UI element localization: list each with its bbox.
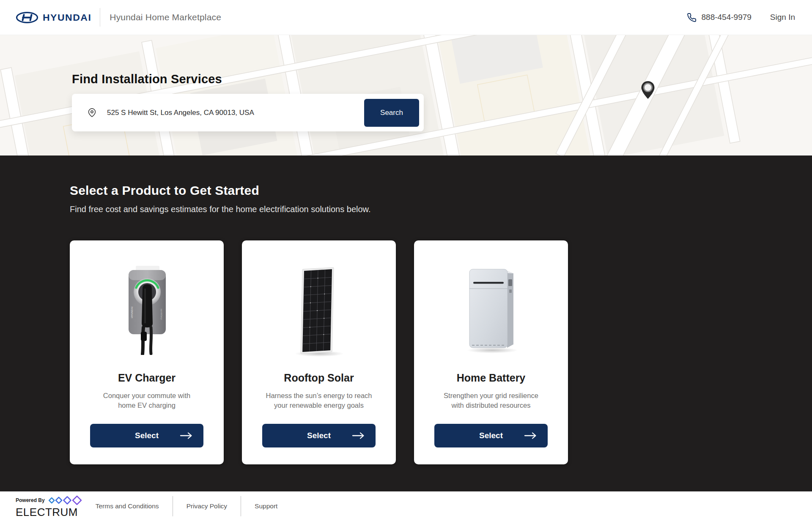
search-button[interactable]: Search — [364, 99, 419, 127]
product-select-section: Select a Product to Get Started Find fre… — [0, 155, 812, 491]
product-card-home-battery: Home Battery Strengthen your grid resili… — [414, 240, 568, 464]
header-divider — [100, 8, 100, 27]
product-description: Strengthen your grid resilience with dis… — [414, 391, 568, 410]
location-pin-icon — [88, 108, 96, 117]
arrow-right-icon — [524, 432, 537, 439]
solar-panel-image — [242, 264, 396, 359]
hyundai-wordmark: HYUNDAI — [43, 12, 91, 23]
product-title: EV Charger — [70, 372, 224, 384]
sign-in-link[interactable]: Sign In — [770, 13, 795, 22]
privacy-policy-link[interactable]: Privacy Policy — [173, 502, 241, 510]
address-input[interactable] — [107, 109, 361, 117]
svg-text:HYUNDAI: HYUNDAI — [131, 306, 133, 318]
hero-map-section: Find Installation Services Search — [0, 35, 812, 155]
product-title: Rooftop Solar — [242, 372, 396, 384]
phone-number: 888-454-9979 — [702, 13, 752, 22]
arrow-right-icon — [180, 432, 192, 439]
footer-links: Terms and Conditions Privacy Policy Supp… — [96, 496, 291, 516]
select-rooftop-solar-button[interactable]: Select — [262, 424, 376, 447]
product-description: Harness the sun’s energy to reach your r… — [242, 391, 396, 410]
map-marker-icon — [640, 80, 656, 101]
select-ev-charger-button[interactable]: Select — [90, 424, 203, 447]
powered-by-label: Powered By — [16, 498, 45, 503]
section-title: Select a Product to Get Started — [70, 183, 812, 198]
product-description: Conquer your commute with home EV chargi… — [70, 391, 224, 410]
product-card-rooftop-solar: Rooftop Solar Harness the sun’s energy t… — [242, 240, 396, 464]
page-title: Hyundai Home Marketplace — [110, 12, 221, 22]
arrow-right-icon — [352, 432, 365, 439]
phone-link[interactable]: 888-454-9979 — [687, 13, 752, 22]
terms-link[interactable]: Terms and Conditions — [96, 502, 173, 510]
phone-icon — [687, 13, 697, 22]
home-battery-image — [414, 264, 568, 359]
hyundai-logo-icon — [16, 12, 38, 23]
electrum-diamonds-icon — [47, 495, 84, 506]
ev-charger-image: HYUNDAI chargepoint — [70, 264, 224, 359]
hero-title: Find Installation Services — [72, 72, 222, 86]
product-card-ev-charger: HYUNDAI chargepoint EV Charger Conquer y… — [70, 240, 224, 464]
section-subtitle: Find free cost and savings estimates for… — [70, 205, 812, 214]
address-search-bar: Search — [72, 94, 424, 131]
electrum-logo: Powered By ELECTRUM — [16, 495, 84, 518]
header: HYUNDAI Hyundai Home Marketplace 888-454… — [0, 0, 812, 35]
product-title: Home Battery — [414, 372, 568, 384]
svg-text:chargepoint: chargepoint — [160, 308, 162, 320]
footer: Powered By ELECTRUM Terms and Conditions… — [0, 491, 812, 521]
support-link[interactable]: Support — [241, 502, 291, 510]
hyundai-logo: HYUNDAI — [16, 12, 91, 23]
electrum-wordmark: ELECTRUM — [16, 507, 84, 518]
select-home-battery-button[interactable]: Select — [434, 424, 548, 447]
